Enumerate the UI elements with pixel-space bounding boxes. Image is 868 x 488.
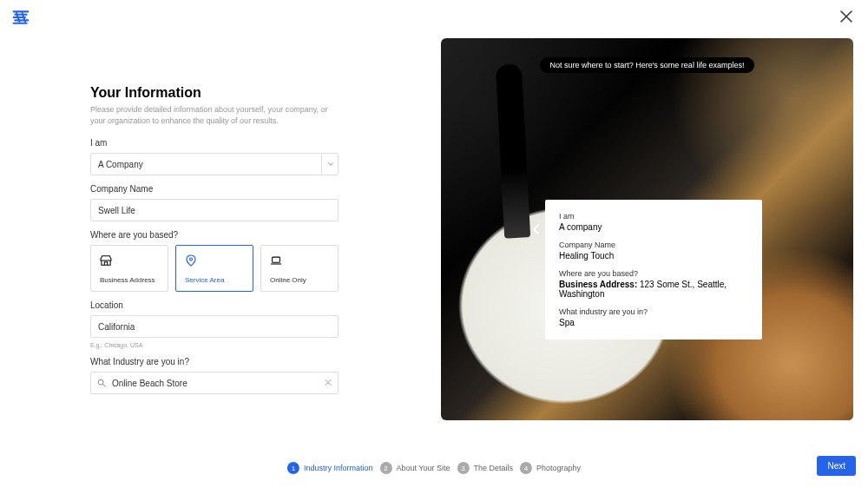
example-card: I am A company Company Name Healing Touc… <box>545 200 762 340</box>
next-button[interactable]: Next <box>817 456 856 476</box>
location-hint: E.g.: Chicago, USA <box>90 342 339 348</box>
step-about-your-site[interactable]: 2 About Your Site <box>379 462 450 474</box>
based-option-label: Online Only <box>270 276 306 284</box>
close-button[interactable] <box>837 5 856 30</box>
i-am-select[interactable]: A Company <box>90 153 339 175</box>
close-icon <box>840 10 852 23</box>
i-am-value: A Company <box>90 153 339 175</box>
example-based-label: Where are you based? <box>559 269 748 278</box>
step-label: Industry Information <box>304 464 373 472</box>
chevron-down-icon <box>327 161 334 168</box>
stepper: 1 Industry Information 2 About Your Site… <box>287 462 581 474</box>
preview-prev-button[interactable] <box>528 221 545 238</box>
location-label: Location <box>90 300 339 310</box>
company-name-label: Company Name <box>90 184 339 194</box>
chevron-left-icon <box>532 223 541 235</box>
i-am-dropdown-toggle[interactable] <box>321 153 339 175</box>
based-option-online-only[interactable]: Online Only <box>260 245 339 292</box>
step-label: Photography <box>536 464 581 472</box>
example-industry-value: Spa <box>559 318 748 327</box>
example-company-label: Company Name <box>559 241 748 249</box>
storefront-icon <box>100 254 112 267</box>
page-title: Your Information <box>90 85 339 101</box>
example-based-value: Business Address: 123 Some St., Seattle,… <box>559 280 748 299</box>
form-panel: Your Information Please provide detailed… <box>90 85 339 394</box>
close-icon <box>325 379 332 386</box>
example-company-value: Healing Touch <box>559 251 748 260</box>
step-photography[interactable]: 4 Photography <box>520 462 581 474</box>
based-option-label: Service Area <box>185 276 224 284</box>
industry-input[interactable] <box>90 372 339 394</box>
i-am-label: I am <box>90 138 339 148</box>
step-number: 2 <box>379 462 391 474</box>
clear-industry-button[interactable] <box>325 379 332 388</box>
search-icon <box>97 375 106 391</box>
step-number: 4 <box>520 462 532 474</box>
laptop-icon <box>270 254 282 267</box>
svg-rect-0 <box>273 257 280 262</box>
step-number: 1 <box>287 462 299 474</box>
company-name-input[interactable] <box>90 199 339 221</box>
step-number: 3 <box>457 462 470 474</box>
step-industry-information[interactable]: 1 Industry Information <box>287 462 373 474</box>
preview-banner: Not sure where to start? Here's some rea… <box>540 57 755 73</box>
step-label: About Your Site <box>396 464 450 472</box>
svg-point-1 <box>98 379 103 385</box>
example-industry-label: What industry are you in? <box>559 307 748 316</box>
industry-input-wrap <box>90 372 339 394</box>
based-option-label: Business Address <box>100 276 155 284</box>
step-the-details[interactable]: 3 The Details <box>457 462 514 474</box>
page-subtitle: Please provide detailed information abou… <box>90 104 339 126</box>
step-label: The Details <box>474 464 514 472</box>
example-iam-value: A company <box>559 222 748 232</box>
app-logo <box>12 10 30 25</box>
industry-label: What Industry are you in? <box>90 357 339 366</box>
pin-icon <box>185 254 197 267</box>
based-options: Business Address Service Area Online Onl… <box>90 245 339 292</box>
based-option-business-address[interactable]: Business Address <box>90 245 168 292</box>
preview-panel: Not sure where to start? Here's some rea… <box>441 38 853 420</box>
based-option-service-area[interactable]: Service Area <box>175 245 253 292</box>
example-iam-label: I am <box>559 212 748 221</box>
example-based-key: Business Address: <box>559 280 637 289</box>
location-input[interactable] <box>90 315 339 338</box>
header <box>0 0 868 35</box>
based-label: Where are you based? <box>90 230 339 240</box>
